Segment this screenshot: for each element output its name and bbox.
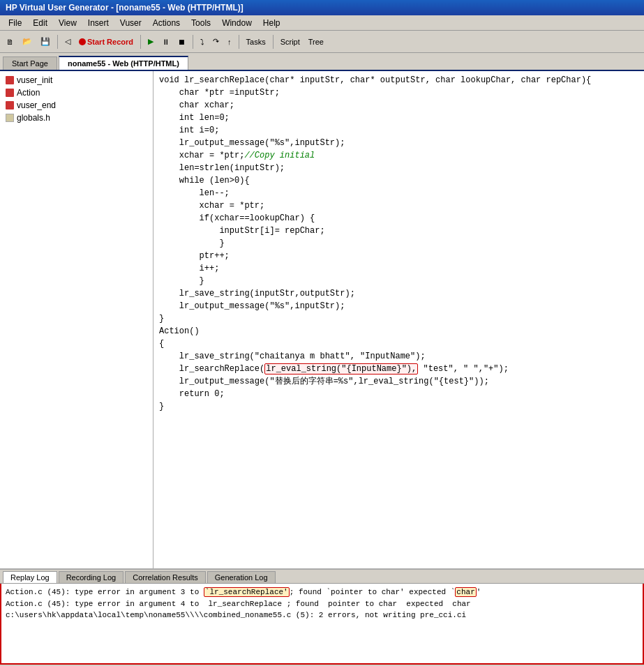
menu-file[interactable]: File [3, 17, 27, 29]
tab-area: Start Page noname55 - Web (HTTP/HTML) [0, 53, 644, 71]
vuser-init-icon [6, 76, 14, 84]
back-button[interactable]: ◁ [61, 33, 74, 51]
code-line-17: while (len>0){ [156, 174, 641, 187]
menu-vuser[interactable]: Vuser [114, 17, 147, 29]
separator-4 [239, 35, 239, 49]
stop-button[interactable]: ⏹ [174, 33, 189, 51]
record-icon [79, 38, 86, 45]
solution-explorer: vuser_init Action vuser_end globals.h [0, 71, 153, 127]
title-bar: HP Virtual User Generator - [noname55 - … [0, 0, 644, 15]
code-line-35: lr_save_string(inputStr,outputStr); [156, 287, 641, 300]
tab-replay-log[interactable]: Replay Log [3, 571, 57, 583]
bottom-panel: Replay Log Recording Log Correlation Res… [0, 568, 644, 666]
globals-icon [6, 114, 14, 122]
error-highlight-2: char [455, 587, 476, 597]
tab-start-page[interactable]: Start Page [3, 56, 57, 70]
menu-insert[interactable]: Insert [82, 17, 114, 29]
bottom-content: Action.c (45): type error in argument 3 … [0, 584, 644, 665]
action-icon [6, 89, 14, 97]
menu-actions[interactable]: Actions [147, 17, 186, 29]
error-highlight-1: `lr_searchReplace' [204, 587, 290, 597]
separator-2 [140, 35, 141, 49]
code-line-25: inputStr[i]= repChar; [156, 225, 641, 237]
code-line-43: lr_save_string("chaitanya m bhatt", "Inp… [156, 350, 641, 363]
menu-tools[interactable]: Tools [186, 17, 216, 29]
code-line-39: } [156, 312, 641, 325]
code-line-29: ptr++; [156, 250, 641, 262]
bottom-tabs: Replay Log Recording Log Correlation Res… [0, 570, 644, 584]
code-line-27: } [156, 237, 641, 250]
open-button[interactable]: 📂 [19, 33, 36, 51]
tree-globals[interactable]: globals.h [3, 112, 150, 124]
error-line-2: Action.c (45): type error in argument 4 … [6, 598, 638, 610]
code-line-31: i++; [156, 262, 641, 275]
toolbar: 🗎 📂 💾 ◁ Start Record ▶ ⏸ ⏹ ⤵ ↷ ↑ Tasks S… [0, 31, 644, 53]
left-panel: vuser_init Action vuser_end globals.h [0, 71, 153, 568]
tree-vuser-end[interactable]: vuser_end [3, 99, 150, 112]
highlighted-code: lr_eval_string("{InputName}"), [264, 363, 418, 374]
separator-5 [273, 35, 274, 49]
tab-correlation-results[interactable]: Correlation Results [125, 571, 206, 583]
error-line-3: c:\users\hk\appdata\local\temp\noname55\… [6, 610, 638, 621]
menu-bar: File Edit View Insert Vuser Actions Tool… [0, 15, 644, 31]
code-line-11: lr_output_message("%s",inputStr); [156, 137, 641, 149]
vuser-end-icon [6, 101, 14, 109]
tab-noname55[interactable]: noname55 - Web (HTTP/HTML) [59, 56, 188, 70]
code-line-13: xchar = *ptr;//Copy initial [156, 149, 641, 162]
code-line-33: } [156, 275, 641, 287]
code-line-47: lr_output_message("替换后的字符串=%s",lr_eval_s… [156, 375, 641, 388]
main-area: vuser_init Action vuser_end globals.h vo… [0, 71, 644, 568]
step-over-button[interactable]: ↷ [209, 33, 223, 51]
code-line-41: Action() [156, 325, 641, 338]
code-line-51: } [156, 400, 641, 413]
code-line-37: lr_output_message("%s",inputStr); [156, 300, 641, 312]
code-line-21: xchar = *ptr; [156, 199, 641, 212]
menu-help[interactable]: Help [257, 17, 286, 29]
tasks-button[interactable]: Tasks [243, 33, 269, 51]
start-record-button[interactable]: Start Record [75, 33, 137, 51]
tree-vuser-init[interactable]: vuser_init [3, 74, 150, 86]
code-editor[interactable]: void lr_searchReplace(char* inputStr, ch… [153, 71, 644, 568]
code-line-1: void lr_searchReplace(char* inputStr, ch… [156, 74, 641, 86]
pause-button[interactable]: ⏸ [158, 33, 173, 51]
separator-1 [57, 35, 58, 49]
code-line-7: int len=0; [156, 112, 641, 124]
code-line-19: len--; [156, 187, 641, 199]
menu-view[interactable]: View [53, 17, 82, 29]
tab-recording-log[interactable]: Recording Log [59, 571, 124, 583]
title-text: HP Virtual User Generator - [noname55 - … [6, 3, 244, 13]
step-out-button[interactable]: ↑ [224, 33, 235, 51]
code-line-15: len=strlen(inputStr); [156, 162, 641, 174]
tree-button[interactable]: Tree [305, 33, 327, 51]
save-button[interactable]: 💾 [37, 33, 54, 51]
code-line-9: int i=0; [156, 124, 641, 137]
script-button[interactable]: Script [277, 33, 304, 51]
menu-edit[interactable]: Edit [27, 17, 53, 29]
step-button[interactable]: ⤵ [197, 33, 208, 51]
code-line-3: char *ptr =inputStr; [156, 86, 641, 99]
menu-window[interactable]: Window [216, 17, 257, 29]
code-line-45: lr_searchReplace(lr_eval_string("{InputN… [156, 363, 641, 375]
code-line-42: { [156, 338, 641, 350]
tab-generation-log[interactable]: Generation Log [207, 571, 276, 583]
separator-3 [193, 35, 193, 49]
new-button[interactable]: 🗎 [3, 33, 17, 51]
code-line-5: char xchar; [156, 99, 641, 112]
code-line-23: if(xchar==lookupChar) { [156, 212, 641, 225]
error-line-1: Action.c (45): type error in argument 3 … [6, 586, 638, 598]
tree-action[interactable]: Action [3, 86, 150, 99]
code-line-49: return 0; [156, 388, 641, 400]
run-button[interactable]: ▶ [144, 33, 157, 51]
